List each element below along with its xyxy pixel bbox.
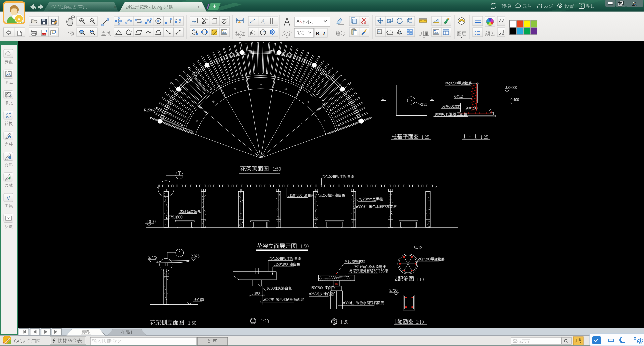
svg-text:X: X [632,1,637,7]
svg-text:B: B [316,30,319,37]
